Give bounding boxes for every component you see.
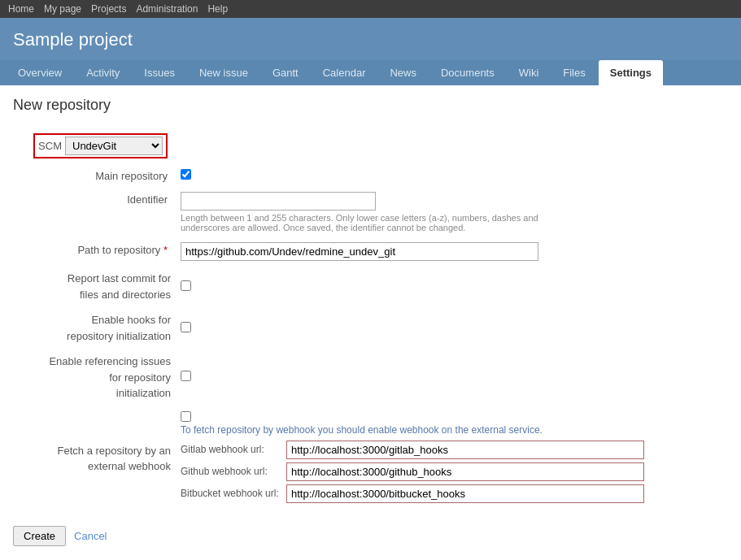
form-actions: Create Cancel: [13, 526, 728, 546]
main-repo-checkbox[interactable]: [181, 169, 191, 180]
hooks-label-line2: repository initialization: [67, 330, 171, 342]
scm-select[interactable]: UndevGitGitSVNMercurial: [65, 137, 163, 155]
ref-issues-checkbox-cell: [176, 349, 728, 406]
report-checkbox[interactable]: [181, 280, 191, 291]
nav-administration[interactable]: Administration: [136, 3, 198, 15]
tab-gantt[interactable]: Gantt: [261, 60, 310, 85]
create-button[interactable]: Create: [13, 526, 66, 546]
nav-home[interactable]: Home: [8, 3, 34, 15]
nav-projects[interactable]: Projects: [91, 3, 126, 15]
hooks-label-cell: Enable hooks for repository initializati…: [13, 307, 176, 349]
gitlab-url-input[interactable]: [286, 441, 644, 459]
fetch-label-cell: Fetch a repository by an external webhoo…: [13, 406, 176, 511]
main-repo-label: Main repository: [95, 170, 168, 182]
fetch-label-line2: external webhook: [88, 460, 171, 472]
tab-new-issue[interactable]: New issue: [188, 60, 259, 85]
bitbucket-webhook-row: Bitbucket webhook url:: [181, 484, 723, 503]
hooks-label-line1: Enable hooks for: [91, 314, 171, 326]
cancel-link[interactable]: Cancel: [74, 530, 107, 542]
project-title: Sample project: [13, 29, 728, 50]
page-content: New repository SCM UndevGitGitSVNMercuri…: [0, 85, 741, 558]
path-input-cell: [176, 237, 728, 266]
nav-help[interactable]: Help: [207, 3, 228, 15]
hooks-checkbox[interactable]: [181, 322, 191, 332]
scm-cell: [176, 127, 728, 163]
ref-issues-label-line3: initialization: [116, 387, 171, 399]
tab-wiki[interactable]: Wiki: [508, 60, 551, 85]
github-webhook-row: Github webhook url:: [181, 462, 723, 481]
scm-label: SCM UndevGitGitSVNMercurial: [13, 127, 176, 163]
tab-settings[interactable]: Settings: [599, 60, 663, 85]
ref-issues-label-line2: for repository: [109, 371, 171, 384]
github-label: Github webhook url:: [181, 466, 286, 477]
fetch-checkbox-cell: To fetch repository by webhook you shoul…: [176, 406, 728, 511]
tab-calendar[interactable]: Calendar: [312, 60, 377, 85]
report-label-cell: Report last commit for files and directo…: [13, 266, 176, 307]
fetch-checkbox[interactable]: [181, 411, 191, 422]
ref-issues-label-cell: Enable referencing issues for repository…: [13, 349, 176, 406]
path-input[interactable]: [181, 242, 538, 261]
identifier-input[interactable]: [181, 192, 376, 211]
tab-files[interactable]: Files: [551, 60, 596, 85]
path-label-cell: Path to repository: [13, 237, 176, 266]
page-title: New repository: [13, 97, 728, 114]
gitlab-label: Gitlab webhook url:: [181, 444, 286, 455]
bitbucket-label: Bitbucket webhook url:: [181, 488, 286, 499]
tab-overview[interactable]: Overview: [7, 60, 73, 85]
gitlab-webhook-row: Gitlab webhook url:: [181, 441, 723, 459]
path-label: Path to repository: [77, 244, 160, 256]
tab-bar: OverviewActivityIssuesNew issueGanttCale…: [0, 60, 741, 85]
ref-issues-label-line1: Enable referencing issues: [49, 355, 171, 367]
fetch-label-line1: Fetch a repository by an: [58, 445, 171, 457]
main-repo-checkbox-cell: [176, 163, 728, 187]
fetch-hint: To fetch repository by webhook you shoul…: [181, 424, 723, 436]
hooks-checkbox-cell: [176, 307, 728, 349]
project-header: Sample project: [0, 18, 741, 60]
repository-form: SCM UndevGitGitSVNMercurial Main reposit…: [13, 127, 728, 511]
tab-news[interactable]: News: [378, 60, 428, 85]
tab-activity[interactable]: Activity: [75, 60, 131, 85]
nav-mypage[interactable]: My page: [44, 3, 81, 15]
main-repo-label-cell: Main repository: [13, 163, 176, 187]
identifier-label-cell: Identifier: [13, 187, 176, 237]
report-label-line1: Report last commit for: [68, 272, 171, 284]
ref-issues-checkbox[interactable]: [181, 371, 191, 381]
tab-issues[interactable]: Issues: [133, 60, 186, 85]
tab-documents[interactable]: Documents: [429, 60, 506, 85]
bitbucket-url-input[interactable]: [286, 484, 644, 503]
report-checkbox-cell: [176, 266, 728, 307]
top-navigation: Home My page Projects Administration Hel…: [0, 0, 741, 18]
identifier-input-cell: Length between 1 and 255 characters. Onl…: [176, 187, 728, 237]
report-label-line2: files and directories: [80, 289, 171, 301]
identifier-hint: Length between 1 and 255 characters. Onl…: [181, 213, 538, 232]
identifier-label: Identifier: [127, 193, 168, 206]
github-url-input[interactable]: [286, 462, 644, 481]
